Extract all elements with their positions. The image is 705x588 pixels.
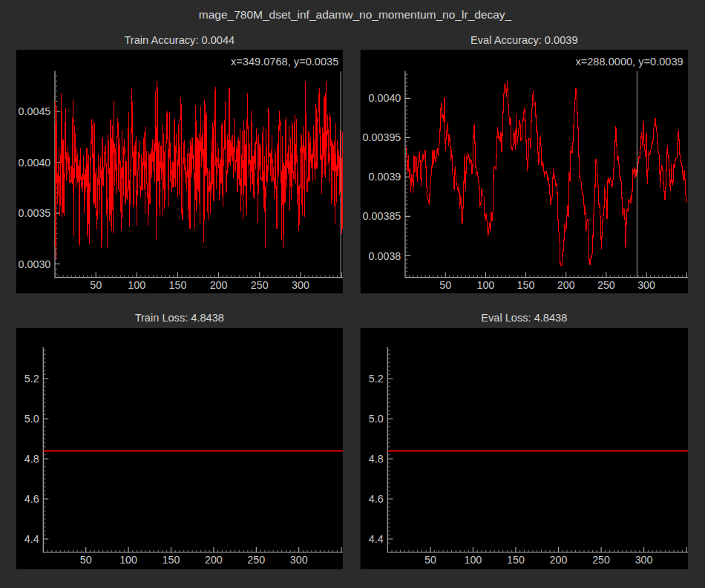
svg-text:0.0038: 0.0038 xyxy=(369,250,401,262)
svg-text:250: 250 xyxy=(597,279,615,291)
svg-text:250: 250 xyxy=(592,554,610,566)
svg-text:150: 150 xyxy=(507,554,525,566)
svg-text:5.0: 5.0 xyxy=(24,413,39,425)
svg-text:300: 300 xyxy=(635,554,653,566)
svg-text:0.0040: 0.0040 xyxy=(19,157,51,169)
svg-text:Eval Loss: 4.8438: Eval Loss: 4.8438 xyxy=(481,312,567,324)
svg-text:50: 50 xyxy=(424,554,436,566)
svg-text:50: 50 xyxy=(80,554,92,566)
svg-text:5.0: 5.0 xyxy=(369,413,384,425)
svg-text:Train Accuracy: 0.0044: Train Accuracy: 0.0044 xyxy=(124,34,235,46)
svg-text:0.0039: 0.0039 xyxy=(369,171,401,183)
svg-text:50: 50 xyxy=(439,279,451,291)
svg-text:0.0035: 0.0035 xyxy=(19,207,51,219)
svg-text:0.0045: 0.0045 xyxy=(19,105,51,117)
svg-text:200: 200 xyxy=(557,279,575,291)
svg-text:250: 250 xyxy=(247,554,265,566)
svg-text:0.0040: 0.0040 xyxy=(369,92,401,104)
svg-text:0.0030: 0.0030 xyxy=(19,258,51,270)
svg-text:200: 200 xyxy=(205,554,223,566)
svg-text:300: 300 xyxy=(290,554,308,566)
svg-text:4.8: 4.8 xyxy=(369,453,384,465)
svg-text:100: 100 xyxy=(464,554,482,566)
svg-text:200: 200 xyxy=(550,554,568,566)
svg-text:4.4: 4.4 xyxy=(24,533,39,545)
svg-text:5.2: 5.2 xyxy=(24,373,39,385)
svg-text:0.00395: 0.00395 xyxy=(363,131,401,143)
svg-text:150: 150 xyxy=(517,279,535,291)
svg-text:Train Loss: 4.8438: Train Loss: 4.8438 xyxy=(135,312,224,324)
svg-text:300: 300 xyxy=(292,279,309,291)
svg-text:5.2: 5.2 xyxy=(369,373,384,385)
svg-text:150: 150 xyxy=(169,279,187,291)
svg-text:4.8: 4.8 xyxy=(24,453,39,465)
svg-text:0.00385: 0.00385 xyxy=(363,210,401,222)
svg-text:250: 250 xyxy=(251,279,269,291)
svg-text:100: 100 xyxy=(476,279,494,291)
svg-text:x=349.0768, y=0.0035: x=349.0768, y=0.0035 xyxy=(231,56,338,68)
svg-text:200: 200 xyxy=(210,279,228,291)
svg-text:50: 50 xyxy=(90,279,102,291)
svg-text:300: 300 xyxy=(637,279,655,291)
svg-text:100: 100 xyxy=(128,279,145,291)
svg-text:Eval Accuracy: 0.0039: Eval Accuracy: 0.0039 xyxy=(470,34,577,46)
svg-text:100: 100 xyxy=(119,554,137,566)
svg-text:4.6: 4.6 xyxy=(369,493,384,505)
svg-text:mage_780M_dset_inf_adamw_no_mo: mage_780M_dset_inf_adamw_no_momentum_no_… xyxy=(199,8,512,21)
svg-text:4.4: 4.4 xyxy=(369,533,384,545)
svg-text:4.6: 4.6 xyxy=(24,493,39,505)
svg-text:x=288.0000, y=0.0039: x=288.0000, y=0.0039 xyxy=(575,56,683,68)
svg-text:150: 150 xyxy=(163,554,180,566)
